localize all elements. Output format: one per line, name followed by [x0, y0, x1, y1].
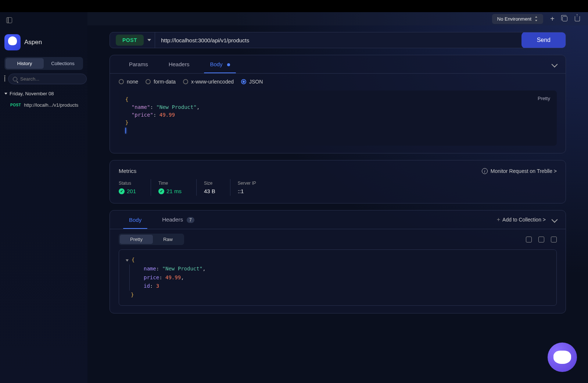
view-pretty-button[interactable]: Pretty — [120, 235, 153, 244]
tab-body[interactable]: Body — [200, 55, 240, 73]
new-tab-icon[interactable] — [549, 15, 556, 22]
search-box[interactable] — [8, 74, 87, 84]
check-icon — [119, 188, 125, 194]
tab-collections[interactable]: Collections — [44, 58, 82, 69]
main-toolbar: No Environment — [87, 12, 588, 25]
chevron-down-icon — [147, 39, 151, 41]
app-name: Aspen — [24, 39, 42, 46]
metrics-title: Metrics — [119, 168, 136, 174]
pretty-toggle[interactable]: Pretty — [538, 95, 550, 102]
sidebar-tabs: History Collections — [4, 57, 83, 70]
method-badge: POST — [10, 103, 21, 107]
request-bar: POST Send — [110, 32, 566, 48]
active-indicator-icon — [227, 63, 230, 66]
method-selector[interactable]: POST — [110, 32, 155, 48]
text-cursor — [125, 128, 126, 134]
response-tab-headers[interactable]: Headers 7 — [152, 210, 205, 229]
environment-label: No Environment — [497, 16, 531, 22]
plus-icon — [497, 216, 500, 223]
info-icon: i — [482, 168, 488, 174]
body-type-json[interactable]: JSON — [241, 79, 263, 85]
view-raw-button[interactable]: Raw — [153, 235, 183, 244]
radio-icon — [183, 79, 188, 84]
metrics-panel: Metrics i Monitor Request on Treblle > S… — [110, 160, 566, 203]
app-logo-icon — [4, 34, 21, 50]
main-panel: No Environment POST Send Params Headers — [87, 12, 588, 383]
body-type-form[interactable]: form-data — [146, 79, 176, 85]
tree-view-icon[interactable] — [526, 237, 532, 242]
tab-headers[interactable]: Headers — [158, 55, 200, 73]
request-config-panel: Params Headers Body none form-data x-www… — [110, 55, 566, 153]
brand: Aspen — [4, 34, 83, 50]
metric-size: Size 43 B — [204, 179, 230, 196]
search-icon — [13, 77, 17, 81]
tab-params[interactable]: Params — [119, 55, 158, 73]
copy-icon[interactable] — [562, 16, 567, 21]
view-mode-toggle: Pretty Raw — [119, 234, 184, 245]
headers-count-badge: 7 — [187, 217, 194, 223]
trash-icon[interactable] — [4, 77, 5, 82]
method-label: POST — [116, 35, 144, 46]
expand-panel-icon[interactable] — [552, 61, 558, 67]
tab-history[interactable]: History — [6, 58, 44, 69]
radio-icon — [119, 79, 124, 84]
history-item[interactable]: POST http://localh.../v1/products — [4, 100, 83, 110]
expand-panel-icon[interactable] — [552, 217, 558, 223]
share-icon[interactable] — [575, 16, 580, 21]
metric-status: Status 201 — [119, 179, 151, 196]
add-to-collection-button[interactable]: Add to Collection > — [497, 216, 546, 223]
updown-icon — [534, 16, 538, 21]
history-url: http://localh.../v1/products — [24, 102, 78, 108]
chevron-down-icon — [4, 93, 7, 95]
send-button[interactable]: Send — [521, 32, 566, 48]
monitor-link[interactable]: i Monitor Request on Treblle > — [482, 168, 557, 174]
response-panel: Body Headers 7 Add to Collection > Prett… — [110, 210, 566, 313]
date-label: Friday, November 08 — [10, 91, 54, 96]
search-input[interactable] — [20, 76, 82, 82]
metric-server-ip: Server IP ::1 — [238, 179, 271, 196]
copy-response-icon[interactable] — [538, 237, 544, 242]
response-tab-body[interactable]: Body — [119, 211, 152, 229]
window-titlebar — [0, 0, 588, 12]
collapse-toggle-icon[interactable] — [126, 259, 129, 262]
check-icon — [158, 188, 164, 194]
body-type-urlencoded[interactable]: x-www-urlencoded — [183, 79, 234, 85]
radio-icon — [241, 79, 246, 84]
body-type-selector: none form-data x-www-urlencoded JSON — [110, 74, 566, 87]
url-input[interactable] — [155, 32, 522, 48]
response-body-viewer[interactable]: { name: "New Product", price: 49.99, id:… — [119, 249, 557, 306]
sidebar-toggle-icon[interactable] — [6, 17, 12, 23]
radio-icon — [146, 79, 151, 84]
metric-time: Time 21 ms — [158, 179, 197, 196]
history-date-group[interactable]: Friday, November 08 — [4, 91, 83, 96]
download-response-icon[interactable] — [551, 237, 557, 242]
request-body-editor[interactable]: Pretty { "name": "New Product", "price":… — [119, 91, 557, 146]
body-type-none[interactable]: none — [119, 79, 138, 85]
sidebar: Aspen History Collections Friday, Novemb… — [0, 12, 87, 383]
environment-selector[interactable]: No Environment — [492, 14, 543, 24]
assistant-bubble-icon[interactable] — [548, 343, 577, 372]
